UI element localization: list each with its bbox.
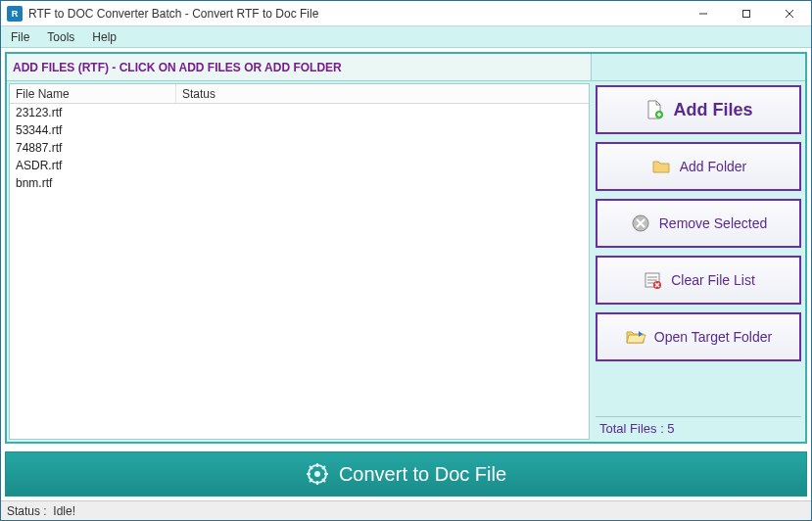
close-button[interactable]: [768, 1, 811, 26]
menu-file[interactable]: File: [11, 30, 29, 44]
menu-tools[interactable]: Tools: [47, 30, 74, 44]
header-blank: [592, 54, 805, 81]
window-controls: [682, 1, 811, 26]
cell-filename: 23123.rtf: [10, 106, 176, 119]
open-folder-icon: [625, 326, 646, 348]
cell-filename: 53344.rtf: [10, 123, 176, 137]
menu-help[interactable]: Help: [92, 30, 117, 44]
remove-selected-label: Remove Selected: [659, 215, 768, 231]
remove-selected-button[interactable]: Remove Selected: [596, 199, 801, 248]
clear-list-icon: [642, 269, 663, 291]
instruction-label: ADD FILES (RTF) - CLICK ON ADD FILES OR …: [7, 54, 592, 81]
column-filename[interactable]: File Name: [10, 84, 176, 103]
file-table: File Name Status 23123.rtf53344.rtf74887…: [9, 83, 590, 440]
add-files-label: Add Files: [673, 100, 752, 120]
file-add-icon: [644, 99, 665, 120]
table-row[interactable]: 74887.rtf: [10, 139, 589, 157]
open-target-button[interactable]: Open Target Folder: [596, 312, 801, 361]
cell-filename: ASDR.rtf: [10, 159, 176, 172]
gear-icon: [306, 462, 329, 486]
column-status[interactable]: Status: [176, 87, 589, 101]
cell-filename: 74887.rtf: [10, 141, 176, 155]
clear-list-label: Clear File List: [671, 272, 755, 288]
clear-list-button[interactable]: Clear File List: [596, 256, 801, 305]
total-files-label: Total Files : 5: [596, 416, 801, 438]
app-window: R RTF to DOC Converter Batch - Convert R…: [0, 0, 812, 521]
table-row[interactable]: 23123.rtf: [10, 104, 589, 121]
status-value: Idle!: [53, 504, 75, 518]
side-panel: Add Files Add Folder Remove Selected: [592, 81, 805, 442]
svg-point-12: [314, 471, 320, 477]
titlebar: R RTF to DOC Converter Batch - Convert R…: [1, 1, 811, 26]
table-row[interactable]: 53344.rtf: [10, 121, 589, 139]
status-label: Status :: [7, 504, 47, 518]
table-body: 23123.rtf53344.rtf74887.rtfASDR.rtfbnm.r…: [10, 104, 589, 439]
convert-label: Convert to Doc File: [339, 463, 506, 486]
statusbar: Status : Idle!: [1, 500, 811, 520]
convert-button[interactable]: Convert to Doc File: [5, 451, 807, 497]
add-folder-label: Add Folder: [680, 159, 746, 174]
remove-icon: [630, 213, 651, 234]
menubar: File Tools Help: [1, 26, 811, 48]
table-header: File Name Status: [10, 84, 589, 104]
app-icon: R: [7, 6, 23, 22]
minimize-button[interactable]: [682, 1, 725, 26]
maximize-icon: [741, 9, 751, 19]
add-folder-button[interactable]: Add Folder: [596, 142, 801, 191]
close-icon: [785, 9, 794, 19]
folder-icon: [650, 156, 672, 177]
maximize-button[interactable]: [725, 1, 768, 26]
cell-filename: bnm.rtf: [10, 176, 176, 190]
open-target-label: Open Target Folder: [654, 329, 772, 345]
table-row[interactable]: ASDR.rtf: [10, 157, 589, 174]
window-title: RTF to DOC Converter Batch - Convert RTF…: [28, 7, 318, 21]
minimize-icon: [698, 9, 708, 19]
table-row[interactable]: bnm.rtf: [10, 174, 589, 192]
add-files-button[interactable]: Add Files: [596, 85, 801, 134]
main-panel: ADD FILES (RTF) - CLICK ON ADD FILES OR …: [5, 52, 807, 444]
svg-rect-1: [743, 10, 750, 17]
